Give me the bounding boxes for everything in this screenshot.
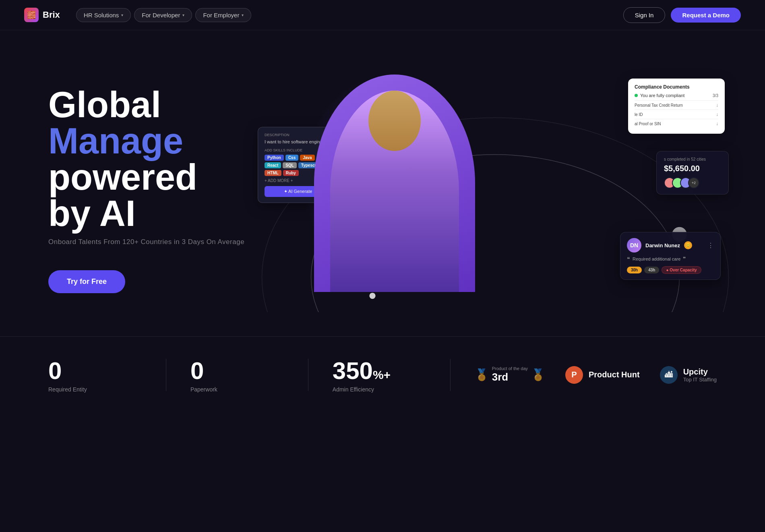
stat-divider-2 — [308, 359, 308, 391]
nav-item-hr-solutions[interactable]: HR Solutions ▾ — [76, 8, 131, 22]
user-row: DN Darwin Nunez 😊 ⋮ — [627, 238, 714, 253]
quote-close-icon: ❞ — [683, 256, 686, 262]
compliance-item-3: al Proof or SIN ↓ — [635, 119, 718, 128]
compliance-status-text: You are fully compliant — [640, 93, 710, 98]
user-tags: 30h 43h ● Over Capacity — [627, 266, 714, 274]
stat-divider-1 — [166, 359, 166, 391]
product-hunt-logo: P — [565, 366, 583, 384]
nav-item-employer[interactable]: For Employer ▾ — [195, 8, 251, 22]
user-menu-button[interactable]: ⋮ — [707, 242, 714, 249]
nav-label-dev: For Developer — [142, 12, 180, 19]
upcity-text: Upcity Top IT Staffing — [683, 367, 717, 383]
ai-description-label: DESCRIPTION — [265, 133, 331, 137]
product-hunt-name: Product Hunt — [589, 370, 640, 379]
hero-title-ai: powered by AI — [48, 159, 250, 232]
tag-html[interactable]: HTML — [265, 170, 281, 176]
compliance-card: Compliance Documents You are fully compl… — [628, 79, 725, 134]
tag-java[interactable]: Java — [300, 155, 314, 161]
stat-percent-sign: %+ — [373, 368, 391, 382]
green-status-dot — [635, 94, 638, 97]
product-rank: 3rd — [492, 371, 528, 383]
brand-name: Brix — [43, 10, 60, 20]
stat-label-paperwork: Paperwork — [190, 386, 284, 393]
compliance-count: 3/3 — [713, 93, 718, 98]
tag-css[interactable]: Css — [285, 155, 298, 161]
stats-bar: 0 Required Entity 0 Paperwork 350 %+ Adm… — [0, 336, 765, 413]
tag-python[interactable]: Python — [265, 155, 284, 161]
compliance-item-name-2: le ID — [635, 112, 643, 117]
badge-product-hunt: P Product Hunt — [565, 366, 640, 384]
badge-wreath-container: 🏅 Product of the day 3rd 🏅 — [475, 366, 545, 383]
stat-number-paperwork: 0 — [190, 357, 284, 385]
upcity-logo: 🏙 — [660, 366, 678, 384]
chevron-down-icon: ▾ — [242, 13, 244, 17]
stat-label-entity: Required Entity — [48, 386, 142, 393]
stat-efficiency-number: 350 %+ — [333, 357, 426, 385]
user-tag-hours1: 30h — [627, 267, 642, 273]
try-for-free-button[interactable]: Try for Free — [48, 270, 125, 293]
hero-section: Global Manage powered by AI Onboard Tale… — [0, 30, 765, 312]
svg-point-2 — [369, 293, 375, 299]
compliance-status-row: You are fully compliant 3/3 — [635, 93, 718, 98]
stat-divider-3 — [450, 359, 451, 391]
user-care-row: ❝ Required additional care ❞ — [627, 256, 714, 262]
product-hunt-text: Product Hunt — [589, 370, 640, 379]
nav-label-emp: For Employer — [203, 12, 239, 19]
upcity-sub: Top IT Staffing — [683, 377, 717, 383]
user-tag-capacity: ● Over Capacity — [662, 266, 701, 274]
nav-label-hr: HR Solutions — [84, 12, 119, 19]
chevron-down-icon: ▾ — [182, 13, 184, 17]
hero-subtitle: Onboard Talents From 120+ Countries in 3… — [48, 238, 250, 246]
user-name: Darwin Nunez — [645, 242, 680, 248]
stat-paperwork: 0 Paperwork — [190, 357, 284, 393]
download-icon-2[interactable]: ↓ — [716, 112, 718, 117]
avatar-more: +2 — [688, 177, 699, 188]
request-demo-button[interactable]: Request a Demo — [671, 8, 741, 23]
user-care-text: Required additional care — [633, 257, 680, 261]
compliance-title: Compliance Documents — [635, 84, 718, 90]
stats-label: s completed in 52 cities — [664, 157, 721, 161]
upcity-icon: 🏙 — [665, 370, 673, 379]
tag-ruby[interactable]: Ruby — [283, 170, 299, 176]
tag-react[interactable]: React — [265, 162, 281, 168]
badges-section: 🏅 Product of the day 3rd 🏅 P Product Hun… — [475, 366, 717, 384]
product-of-day-label: Product of the day — [492, 366, 528, 371]
stats-amount: $5,650.00 — [664, 164, 721, 173]
hero-visual: Compliance Documents You are fully compl… — [250, 62, 741, 312]
ph-letter: P — [571, 370, 577, 379]
wreath-left-icon: 🏅 — [475, 368, 489, 381]
user-emoji-status: 😊 — [684, 241, 692, 249]
quote-open-icon: ❝ — [627, 256, 630, 262]
nav-item-developer[interactable]: For Developer ▾ — [134, 8, 192, 22]
badge-upcity: 🏙 Upcity Top IT Staffing — [660, 366, 717, 384]
user-tag-hours2: 43h — [644, 267, 659, 273]
logo[interactable]: 🧱 Brix — [24, 8, 60, 22]
navbar: 🧱 Brix HR Solutions ▾ For Developer ▾ Fo… — [0, 0, 765, 30]
compliance-item-2: le ID ↓ — [635, 110, 718, 119]
hero-title-global: Global — [48, 87, 250, 123]
stats-card: s completed in 52 cities $5,650.00 +2 — [656, 151, 729, 195]
hero-title-manage: Manage — [48, 123, 250, 159]
upcity-name: Upcity — [683, 367, 717, 377]
hero-content: Global Manage powered by AI Onboard Tale… — [48, 62, 250, 293]
tag-sql[interactable]: SQL — [283, 162, 297, 168]
wreath-right-icon: 🏅 — [531, 368, 545, 381]
logo-icon: 🧱 — [24, 8, 39, 22]
signin-button[interactable]: Sign In — [623, 7, 666, 23]
user-avatar: DN — [627, 238, 641, 253]
stat-required-entity: 0 Required Entity — [48, 357, 142, 393]
stat-350-value: 350 — [333, 357, 373, 385]
download-icon-1[interactable]: ↓ — [716, 102, 718, 108]
nav-left: 🧱 Brix HR Solutions ▾ For Developer ▾ Fo… — [24, 8, 251, 22]
nav-menu: HR Solutions ▾ For Developer ▾ For Emplo… — [76, 8, 252, 22]
badge-award-text: Product of the day 3rd — [492, 366, 528, 383]
stats-avatars: +2 — [664, 177, 721, 188]
badge-product-of-day: 🏅 Product of the day 3rd 🏅 — [475, 366, 545, 383]
stat-efficiency: 350 %+ Admin Efficiency — [333, 357, 426, 393]
user-card: DN Darwin Nunez 😊 ⋮ ❝ Required additiona… — [620, 232, 721, 280]
compliance-item-name-3: al Proof or SIN — [635, 122, 661, 126]
nav-right: Sign In Request a Demo — [623, 7, 741, 23]
compliance-item-name-1: Personal Tax Credit Return — [635, 103, 683, 108]
compliance-item-1: Personal Tax Credit Return ↓ — [635, 100, 718, 110]
download-icon-3[interactable]: ↓ — [716, 121, 718, 126]
